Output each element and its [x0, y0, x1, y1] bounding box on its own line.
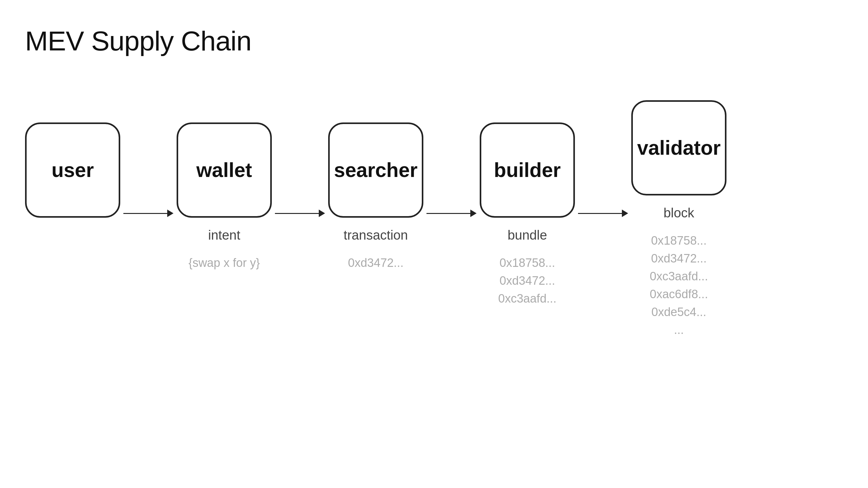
edge-label-validator: block: [663, 206, 694, 223]
arrow-shaft: [578, 213, 622, 214]
arrow-shaft: [123, 213, 167, 214]
arrow-user-to-wallet: [120, 210, 177, 230]
node-box-validator: validator: [631, 100, 726, 195]
sub-item: 0x18758...: [498, 254, 556, 272]
node-box-searcher: searcher: [328, 122, 423, 218]
node-label-user: user: [51, 158, 94, 182]
sub-item: 0xc3aafd...: [650, 268, 708, 285]
page-title: MEV Supply Chain: [25, 25, 251, 57]
sub-items-searcher: 0xd3472...: [348, 254, 403, 317]
sub-item: 0xd3472...: [348, 254, 403, 272]
node-box-wallet: wallet: [177, 122, 272, 218]
node-group-builder: builderbundle0x18758...0xd3472...0xc3aaf…: [480, 122, 575, 317]
sub-item: 0xac6df8...: [650, 285, 708, 303]
node-box-user: user: [25, 122, 120, 218]
node-box-builder: builder: [480, 122, 575, 218]
sub-item: 0x18758...: [650, 232, 708, 250]
arrow-head: [622, 210, 628, 217]
edge-label-searcher: transaction: [343, 228, 408, 245]
sub-item: 0xd3472...: [498, 272, 556, 290]
node-group-wallet: walletintent{swap x for y}: [177, 122, 272, 317]
arrow-head: [167, 210, 174, 217]
arrow-line: [578, 210, 628, 217]
node-group-user: user: [25, 122, 120, 317]
arrow-shaft: [275, 213, 319, 214]
sub-item: 0xd3472...: [650, 250, 708, 268]
sub-item: {swap x for y}: [188, 254, 260, 272]
sub-item: ...: [650, 321, 708, 339]
edge-label-wallet: intent: [208, 228, 241, 245]
node-group-validator: validatorblock0x18758...0xd3472...0xc3aa…: [631, 100, 726, 339]
node-label-searcher: searcher: [334, 158, 418, 182]
diagram-container: user walletintent{swap x for y} searcher…: [25, 100, 843, 339]
sub-item: 0xc3aafd...: [498, 290, 556, 308]
arrow-head: [470, 210, 476, 217]
sub-item: 0xde5c4...: [650, 303, 708, 321]
node-label-wallet: wallet: [196, 158, 252, 182]
arrow-line: [275, 210, 325, 217]
arrow-shaft: [427, 213, 470, 214]
node-label-builder: builder: [494, 158, 560, 182]
arrow-line: [427, 210, 476, 217]
sub-items-wallet: {swap x for y}: [188, 254, 260, 317]
node-group-searcher: searchertransaction0xd3472...: [328, 122, 423, 317]
arrow-head: [319, 210, 325, 217]
arrow-searcher-to-builder: [423, 210, 480, 230]
sub-items-validator: 0x18758...0xd3472...0xc3aafd...0xac6df8.…: [650, 232, 708, 339]
arrow-builder-to-validator: [575, 210, 631, 230]
edge-label-builder: bundle: [507, 228, 547, 245]
arrow-line: [123, 210, 174, 217]
node-label-validator: validator: [637, 136, 721, 159]
sub-items-builder: 0x18758...0xd3472...0xc3aafd...: [498, 254, 556, 317]
arrow-wallet-to-searcher: [272, 210, 328, 230]
